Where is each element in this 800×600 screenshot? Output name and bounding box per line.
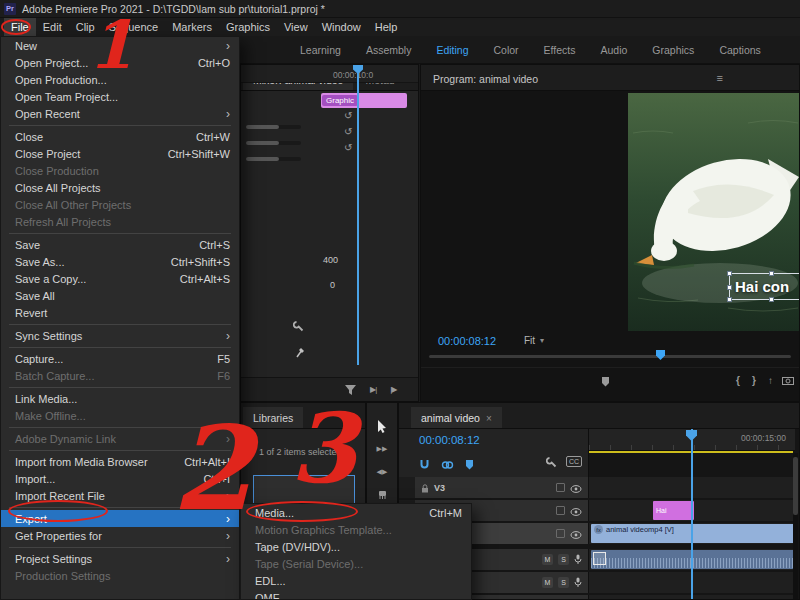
menu-help[interactable]: Help (368, 18, 405, 36)
overlay-text[interactable]: Hai con (730, 278, 789, 295)
file-menu-item-close-production[interactable]: Close Production (1, 162, 239, 179)
program-timecode[interactable]: 00:00:08:12 (438, 335, 496, 347)
zoom-level-dropdown[interactable]: Fit ▾ (524, 335, 544, 346)
file-menu-item-open-production[interactable]: Open Production... (1, 71, 239, 88)
snap-icon[interactable] (419, 456, 430, 474)
razor-tool-icon[interactable] (374, 488, 390, 502)
file-menu-item-capture[interactable]: Capture...F5 (1, 350, 239, 367)
mute-button[interactable]: M (542, 554, 553, 565)
panel-menu-icon[interactable]: ≡ (717, 72, 723, 84)
sync-lock-toggle[interactable] (556, 483, 565, 492)
file-menu-item-import[interactable]: Import...Ctrl+I (1, 470, 239, 487)
menu-file[interactable]: File (4, 18, 36, 36)
source-patch[interactable] (399, 477, 415, 498)
solo-button[interactable]: S (558, 554, 569, 565)
wrench-icon[interactable] (293, 318, 304, 336)
track-output-eye-icon[interactable] (570, 525, 582, 543)
file-menu-item-import-recent-file[interactable]: Import Recent File› (1, 487, 239, 504)
reset-parameter-icon[interactable]: ↺ (344, 143, 352, 153)
audio-clip[interactable] (591, 550, 795, 569)
file-menu-item-project-settings[interactable]: Project Settings› (1, 550, 239, 567)
selection-handle[interactable] (727, 285, 732, 290)
file-menu-item-make-offline[interactable]: Make Offline... (1, 407, 239, 424)
export-submenu-item-motion-graphics-template[interactable]: Motion Graphics Template... (241, 521, 471, 538)
menu-edit[interactable]: Edit (36, 18, 69, 36)
eyedropper-icon[interactable] (296, 344, 306, 362)
tab-libraries[interactable]: Libraries (243, 407, 303, 428)
file-menu-item-get-properties-for[interactable]: Get Properties for› (1, 527, 239, 544)
file-menu-item-save-all[interactable]: Save All (1, 287, 239, 304)
panel-overflow-icon[interactable]: » (351, 410, 357, 422)
track-select-tool-icon[interactable]: ▶▶ (374, 442, 390, 456)
param-slider[interactable] (246, 141, 301, 145)
selection-handle[interactable] (727, 297, 732, 302)
menu-clip[interactable]: Clip (69, 18, 102, 36)
file-menu-item-open-recent[interactable]: Open Recent› (1, 105, 239, 122)
timeline-timecode[interactable]: 00:00:08:12 (419, 434, 480, 446)
file-menu-item-save-as[interactable]: Save As...Ctrl+Shift+S (1, 253, 239, 270)
param-value[interactable]: 0 (330, 280, 335, 290)
menu-graphics[interactable]: Graphics (219, 18, 277, 36)
microphone-icon[interactable] (574, 574, 582, 592)
file-menu-item-import-from-media-browser[interactable]: Import from Media BrowserCtrl+Alt+I (1, 453, 239, 470)
program-scrub-bar[interactable] (429, 355, 791, 358)
selection-handle[interactable] (769, 271, 774, 276)
export-frame-icon[interactable] (782, 376, 794, 387)
timeline-scrollbar[interactable] (793, 453, 798, 599)
file-menu-item-close-project[interactable]: Close ProjectCtrl+Shift+W (1, 145, 239, 162)
file-menu-item-save[interactable]: SaveCtrl+S (1, 236, 239, 253)
add-marker-icon[interactable] (601, 376, 610, 389)
menu-sequence[interactable]: Sequence (102, 18, 166, 36)
selection-tool-icon[interactable] (374, 419, 390, 433)
file-menu-item-close-all-other-projects[interactable]: Close All Other Projects (1, 196, 239, 213)
reset-parameter-icon[interactable]: ↺ (344, 111, 352, 121)
graphic-clip-bar[interactable]: Graphic (321, 93, 407, 108)
file-menu-item-export[interactable]: Export› (1, 510, 239, 527)
close-icon[interactable]: × (486, 413, 492, 424)
tab-sequence[interactable]: animal video × (411, 407, 502, 428)
timeline-playhead[interactable] (691, 429, 693, 600)
file-menu-item-save-a-copy[interactable]: Save a Copy...Ctrl+Alt+S (1, 270, 239, 287)
file-menu-item-revert[interactable]: Revert (1, 304, 239, 321)
captions-badge[interactable]: CC (566, 456, 582, 467)
menu-view[interactable]: View (277, 18, 315, 36)
file-menu-item-open-team-project[interactable]: Open Team Project... (1, 88, 239, 105)
selection-handle[interactable] (727, 271, 732, 276)
file-menu-item-new[interactable]: New› (1, 37, 239, 54)
lift-icon[interactable]: ↑ (768, 376, 773, 386)
file-menu-item-production-settings[interactable]: Production Settings (1, 567, 239, 584)
mute-button[interactable]: M (542, 577, 553, 588)
sync-lock-toggle[interactable] (556, 529, 565, 538)
workspace-tab-audio[interactable]: Audio (601, 44, 628, 56)
solo-button[interactable]: S (558, 577, 569, 588)
export-submenu-item-tape-serial-device[interactable]: Tape (Serial Device)... (241, 555, 471, 572)
menu-markers[interactable]: Markers (165, 18, 219, 36)
selection-handle[interactable] (769, 297, 774, 302)
file-menu-item-batch-capture[interactable]: Batch Capture...F6 (1, 367, 239, 384)
graphic-clip[interactable]: Hai (653, 501, 694, 520)
file-menu-item-adobe-dynamic-link[interactable]: Adobe Dynamic Link› (1, 430, 239, 447)
step-forward-icon[interactable]: |▶ (390, 385, 396, 394)
file-menu-item-refresh-all-projects[interactable]: Refresh All Projects (1, 213, 239, 230)
param-slider[interactable] (246, 125, 301, 129)
file-menu-item-close-all-projects[interactable]: Close All Projects (1, 179, 239, 196)
workspace-tab-assembly[interactable]: Assembly (366, 44, 412, 56)
scrollbar-thumb[interactable] (793, 457, 798, 515)
program-video-frame[interactable]: Hai con (628, 93, 799, 331)
workspace-tab-effects[interactable]: Effects (544, 44, 576, 56)
linked-selection-icon[interactable] (441, 456, 454, 474)
track-output-eye-icon[interactable] (570, 479, 582, 497)
menu-window[interactable]: Window (315, 18, 368, 36)
file-menu-item-link-media[interactable]: Link Media... (1, 390, 239, 407)
track-output-eye-icon[interactable] (570, 502, 582, 520)
program-panel-title[interactable]: Program: animal video (433, 73, 538, 90)
mixer-playhead[interactable] (357, 69, 359, 365)
mixer-mini-ruler[interactable]: 00:00:10:0 (241, 65, 418, 83)
timeline-settings-wrench-icon[interactable] (546, 457, 557, 468)
export-submenu-item-tape-dv-hdv[interactable]: Tape (DV/HDV)... (241, 538, 471, 555)
ripple-edit-tool-icon[interactable]: ◀▶ (374, 465, 390, 479)
add-marker-icon[interactable] (465, 456, 474, 474)
reset-parameter-icon[interactable]: ↺ (344, 127, 352, 137)
microphone-icon[interactable] (574, 597, 582, 600)
workspace-tab-graphics[interactable]: Graphics (652, 44, 694, 56)
